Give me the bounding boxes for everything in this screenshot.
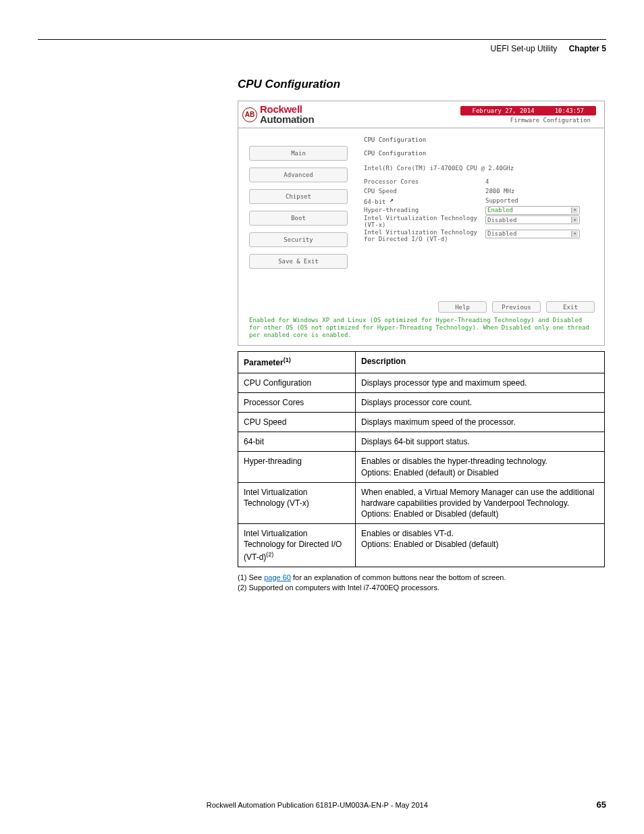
page-footer: Rockwell Automation Publication 6181P-UM… <box>38 800 606 810</box>
bios-dd-vtd-label: Intel Virtualization Technology for Dire… <box>364 230 485 243</box>
bios-nav-security[interactable]: Security <box>249 232 348 247</box>
table-row: CPU ConfigurationDisplays processor type… <box>238 373 605 392</box>
table-row: 64-bitDisplays 64-bit support status. <box>238 432 605 452</box>
table-row: Intel Virtualization Technology for Dire… <box>238 524 605 567</box>
desc-cell: When enabled, a Virtual Memory Manager c… <box>356 482 605 524</box>
table-row: Hyper-threadingEnables or disables the h… <box>238 452 605 482</box>
bios-nav: Main Advanced Chipset Boot Security Save… <box>238 128 358 297</box>
bios-header-right: February 27, 2014 10:43:57 Firmware Conf… <box>358 101 604 128</box>
desc-cell: Displays processor type and maximum spee… <box>356 373 605 392</box>
dropdown-arrow-icon: ▾ <box>571 217 578 223</box>
desc-cell: Enables or disables VT-d. Options: Enabl… <box>356 524 605 567</box>
brand-line2: Automation <box>260 113 314 125</box>
footnotes: (1) See page 60 for an explanation of co… <box>238 573 608 594</box>
desc-cell: Displays 64-bit support status. <box>356 432 605 452</box>
desc-cell: Enables or disables the hyper-threading … <box>356 452 605 482</box>
bios-main-panel: CPU Configuration CPU Configuration Inte… <box>358 128 604 297</box>
bios-row-64bit-label: 64-bit <box>364 196 485 205</box>
header-chapter: Chapter 5 <box>569 44 606 53</box>
param-cell: Processor Cores <box>238 392 356 412</box>
bios-nav-save-exit[interactable]: Save & Exit <box>249 254 348 269</box>
header-rule <box>38 39 606 40</box>
bios-title: CPU Configuration <box>364 136 595 143</box>
ab-badge-icon: AB <box>242 107 257 122</box>
dropdown-arrow-icon: ▾ <box>571 207 578 213</box>
bios-dd-ht[interactable]: Enabled▾ <box>485 206 580 215</box>
section-title: CPU Configuration <box>238 78 608 91</box>
footnote-1: (1) See page 60 for an explanation of co… <box>238 573 608 583</box>
col-header-description: Description <box>356 352 605 373</box>
running-header: UEFI Set-up Utility Chapter 5 <box>38 44 606 53</box>
bios-logo: AB Rockwell Automation <box>238 105 358 124</box>
bios-row-64bit-value: Supported <box>485 197 518 204</box>
footnote-link[interactable]: page 60 <box>264 573 291 581</box>
param-cell: CPU Configuration <box>238 373 356 392</box>
table-row: Processor CoresDisplays processor core c… <box>238 392 605 412</box>
bios-nav-boot[interactable]: Boot <box>249 211 348 226</box>
bios-row-speed-value: 2800 MHz <box>485 188 514 194</box>
param-cell: CPU Speed <box>238 412 356 432</box>
footnote-2: (2) Supported on computers with Intel i7… <box>238 583 608 593</box>
param-cell: Intel Virtualization Technology for Dire… <box>238 524 356 567</box>
table-row: CPU SpeedDisplays maximum speed of the p… <box>238 412 605 432</box>
bios-firmware-label: Firmware Configuration <box>510 117 591 124</box>
bios-date: February 27, 2014 <box>473 107 535 114</box>
bios-row-speed-label: CPU Speed <box>364 188 485 194</box>
desc-cell: Displays maximum speed of the processor. <box>356 412 605 432</box>
bios-dd-vtx[interactable]: Disabled▾ <box>485 215 580 224</box>
publication-line: Rockwell Automation Publication 6181P-UM… <box>38 801 597 809</box>
bios-exit-button[interactable]: Exit <box>546 301 595 313</box>
cursor-icon <box>390 196 395 204</box>
bios-help-text: Enabled for Windows XP and Linux (OS opt… <box>238 317 604 345</box>
bios-row-cores-label: Processor Cores <box>364 178 485 185</box>
bios-datetime: February 27, 2014 10:43:57 <box>460 106 596 115</box>
rockwell-automation-logo: Rockwell Automation <box>260 105 314 124</box>
bios-help-button[interactable]: Help <box>438 301 487 313</box>
table-row: Intel Virtualization Technology (VT-x)Wh… <box>238 482 605 524</box>
header-section: UEFI Set-up Utility <box>491 44 558 53</box>
bios-nav-advanced[interactable]: Advanced <box>249 167 348 182</box>
bios-previous-button[interactable]: Previous <box>492 301 541 313</box>
bios-dd-ht-label: Hyper-threading <box>364 207 485 213</box>
bios-nav-main[interactable]: Main <box>249 146 348 161</box>
bios-screenshot: AB Rockwell Automation February 27, 2014… <box>238 101 605 346</box>
desc-cell: Displays processor core count. <box>356 392 605 412</box>
bios-bottom-buttons: Help Previous Exit <box>238 297 604 317</box>
bios-nav-chipset[interactable]: Chipset <box>249 189 348 204</box>
param-cell: Hyper-threading <box>238 452 356 482</box>
bios-dd-vtx-label: Intel Virtualization Technology (VT-x) <box>364 215 485 229</box>
page-number: 65 <box>597 800 606 810</box>
parameter-table: Parameter(1) Description CPU Configurati… <box>238 351 605 567</box>
bios-cpu-line: Intel(R) Core(TM) i7-4700EQ CPU @ 2.40GH… <box>364 165 514 172</box>
col-header-parameter: Parameter(1) <box>238 352 356 373</box>
param-cell: Intel Virtualization Technology (VT-x) <box>238 482 356 524</box>
bios-row-cores-value: 4 <box>485 178 489 185</box>
bios-time: 10:43:57 <box>555 107 584 114</box>
bios-subtitle: CPU Configuration <box>364 150 595 157</box>
dropdown-arrow-icon: ▾ <box>571 231 578 237</box>
bios-dd-vtd[interactable]: Disabled▾ <box>485 230 580 238</box>
bios-header: AB Rockwell Automation February 27, 2014… <box>238 101 604 128</box>
param-cell: 64-bit <box>238 432 356 452</box>
